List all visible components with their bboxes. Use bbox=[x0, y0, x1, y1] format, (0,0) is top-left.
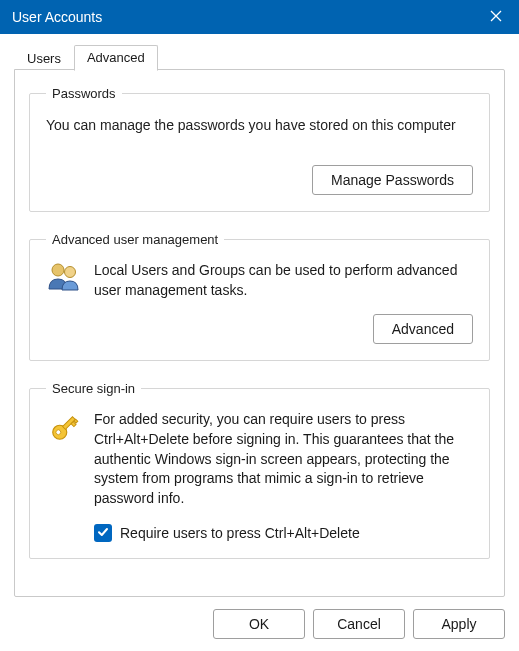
passwords-description: You can manage the passwords you have st… bbox=[46, 115, 473, 135]
tab-advanced[interactable]: Advanced bbox=[74, 45, 158, 71]
require-cad-checkbox[interactable] bbox=[94, 524, 112, 542]
close-icon bbox=[490, 9, 502, 25]
tab-strip: Users Advanced bbox=[14, 44, 505, 70]
require-cad-label[interactable]: Require users to press Ctrl+Alt+Delete bbox=[120, 525, 360, 541]
group-passwords: Passwords You can manage the passwords y… bbox=[29, 86, 490, 212]
advanced-button[interactable]: Advanced bbox=[373, 314, 473, 344]
tab-page-advanced: Passwords You can manage the passwords y… bbox=[14, 69, 505, 597]
manage-passwords-button[interactable]: Manage Passwords bbox=[312, 165, 473, 195]
titlebar: User Accounts bbox=[0, 0, 519, 34]
group-advanced-user-management: Advanced user management Local Users and… bbox=[29, 232, 490, 361]
group-secure-sign-in: Secure sign-in For added security, you c… bbox=[29, 381, 490, 559]
checkmark-icon bbox=[97, 526, 109, 541]
svg-point-0 bbox=[52, 264, 64, 276]
key-icon bbox=[46, 410, 82, 446]
advanced-description: Local Users and Groups can be used to pe… bbox=[94, 261, 473, 300]
users-groups-icon bbox=[46, 261, 82, 293]
cancel-button[interactable]: Cancel bbox=[313, 609, 405, 639]
group-secure-legend: Secure sign-in bbox=[46, 381, 141, 396]
window-title: User Accounts bbox=[12, 9, 473, 25]
client-area: Users Advanced Passwords You can manage … bbox=[0, 34, 519, 597]
close-button[interactable] bbox=[473, 0, 519, 34]
group-passwords-legend: Passwords bbox=[46, 86, 122, 101]
ok-button[interactable]: OK bbox=[213, 609, 305, 639]
group-advanced-legend: Advanced user management bbox=[46, 232, 224, 247]
secure-description: For added security, you can require user… bbox=[94, 410, 473, 508]
apply-button[interactable]: Apply bbox=[413, 609, 505, 639]
svg-point-1 bbox=[65, 267, 76, 278]
dialog-button-row: OK Cancel Apply bbox=[0, 609, 519, 651]
tab-users[interactable]: Users bbox=[14, 46, 74, 71]
